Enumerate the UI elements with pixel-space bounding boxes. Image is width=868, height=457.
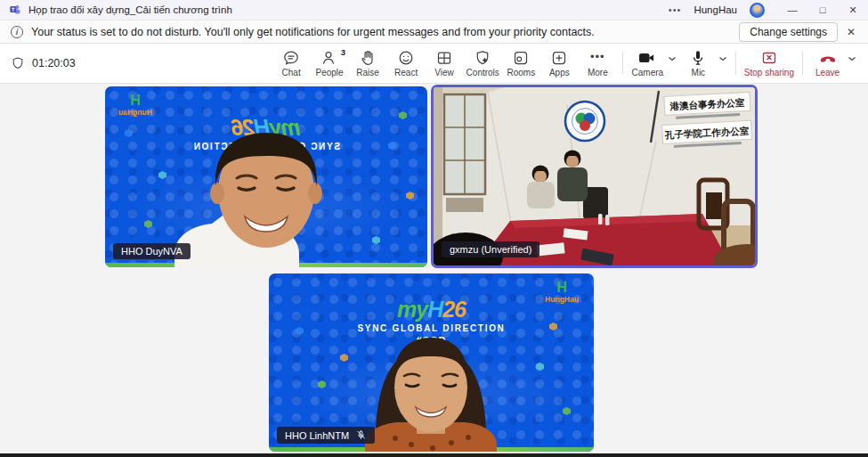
mic-label: Mic — [692, 68, 706, 78]
participant-name: gxmzu (Unverified) — [450, 244, 531, 255]
raise-hand-button[interactable]: Raise — [349, 48, 387, 79]
mic-muted-icon — [355, 429, 367, 441]
leave-label: Leave — [815, 68, 840, 78]
account-name: HungHau — [694, 4, 737, 15]
rooms-icon — [512, 49, 530, 67]
controls-button[interactable]: Controls — [464, 48, 502, 79]
meeting-room-video: 港澳台事务办公室 孔子学院工作办公室 — [434, 87, 755, 265]
rooms-button[interactable]: Rooms — [502, 48, 540, 79]
window-title: Họp trao đổi xây dựng_Cải tiến chương tr… — [28, 4, 232, 15]
participant-name-label: HHO LinhNTM — [277, 427, 375, 444]
chat-button[interactable]: Chat — [272, 48, 311, 79]
video-tile-gxmzu[interactable]: 港澳台事务办公室 孔子学院工作办公室 — [431, 85, 758, 268]
avatar[interactable] — [750, 3, 765, 18]
stop-sharing-button[interactable]: Stop sharing — [742, 48, 797, 79]
more-label: More — [588, 68, 608, 78]
view-icon — [435, 49, 453, 67]
more-icon: ••• — [590, 49, 605, 67]
leave-group: Leave — [808, 48, 859, 79]
titlebar: Họp trao đổi xây dựng_Cải tiến chương tr… — [0, 0, 868, 20]
chat-label: Chat — [282, 68, 301, 78]
more-button[interactable]: ••• More — [579, 48, 617, 79]
stop-sharing-label: Stop sharing — [744, 68, 794, 78]
shield-icon — [11, 56, 25, 70]
toolbar-divider — [802, 52, 803, 75]
react-label: React — [394, 68, 418, 78]
toolbar-buttons: Chat 3 People Raise — [272, 48, 859, 79]
banner-close-icon[interactable]: ✕ — [838, 26, 864, 38]
mic-group: Mic — [679, 48, 730, 79]
titlebar-more-icon[interactable]: ••• — [669, 4, 682, 15]
video-tile-duynva[interactable]: H HungHau myH26 SYNC GLOBAL DIRECTION #S… — [105, 86, 427, 267]
camera-chevron-icon[interactable] — [667, 53, 677, 64]
maximize-button[interactable]: □ — [807, 0, 838, 20]
change-settings-button[interactable]: Change settings — [739, 22, 838, 42]
mic-on-icon — [689, 49, 707, 67]
people-icon — [320, 49, 338, 67]
camera-on-icon — [637, 49, 657, 67]
leave-button[interactable]: Leave — [808, 48, 847, 79]
view-label: View — [434, 68, 454, 78]
meeting-timer: 01:20:03 — [32, 57, 76, 69]
raise-hand-icon — [359, 49, 377, 67]
camera-group: Camera — [629, 48, 679, 79]
raise-label: Raise — [356, 68, 379, 78]
video-tile-linhntm[interactable]: H HungHau myH26 SYNC GLOBAL DIRECTION #S… — [269, 273, 594, 452]
rooms-label: Rooms — [507, 68, 536, 78]
mic-button[interactable]: Mic — [679, 48, 718, 79]
hang-up-icon — [818, 49, 838, 67]
video-stage: H HungHau myH26 SYNC GLOBAL DIRECTION #S… — [0, 84, 868, 453]
meeting-toolbar: 01:20:03 Chat 3 People Raise — [0, 44, 868, 84]
apps-button[interactable]: Apps — [540, 48, 579, 79]
participant-video-man — [105, 86, 427, 267]
camera-label: Camera — [632, 68, 664, 78]
participant-video-woman — [269, 273, 594, 452]
people-button[interactable]: 3 People — [311, 48, 349, 79]
close-button[interactable]: ✕ — [838, 0, 868, 20]
dnd-banner: i Your status is set to do not disturb. … — [0, 20, 868, 44]
dnd-banner-message: Your status is set to do not disturb. Yo… — [31, 26, 595, 38]
controls-label: Controls — [466, 68, 499, 78]
meeting-timer-group: 01:20:03 — [11, 56, 76, 70]
info-icon: i — [11, 26, 23, 38]
toolbar-divider — [622, 52, 623, 75]
react-button[interactable]: React — [387, 48, 426, 79]
leave-chevron-icon[interactable] — [847, 53, 857, 64]
people-count-badge: 3 — [341, 48, 345, 57]
participant-name-label: HHO DuyNVA — [113, 243, 191, 259]
view-button[interactable]: View — [426, 48, 464, 79]
taskbar-edge — [0, 453, 868, 457]
apps-label: Apps — [549, 68, 570, 78]
stop-sharing-icon — [760, 49, 778, 67]
teams-app-icon — [9, 4, 21, 16]
controls-icon — [474, 49, 491, 67]
participant-name-label: gxmzu (Unverified) — [442, 241, 539, 257]
chat-icon — [282, 49, 300, 67]
react-icon — [397, 49, 415, 67]
apps-icon — [550, 49, 568, 67]
minimize-button[interactable]: — — [777, 0, 807, 20]
camera-button[interactable]: Camera — [629, 48, 667, 79]
participant-name: HHO LinhNTM — [285, 430, 349, 441]
toolbar-divider — [735, 52, 736, 75]
people-label: People — [316, 68, 344, 78]
mic-chevron-icon[interactable] — [718, 53, 728, 64]
participant-name: HHO DuyNVA — [121, 246, 183, 257]
